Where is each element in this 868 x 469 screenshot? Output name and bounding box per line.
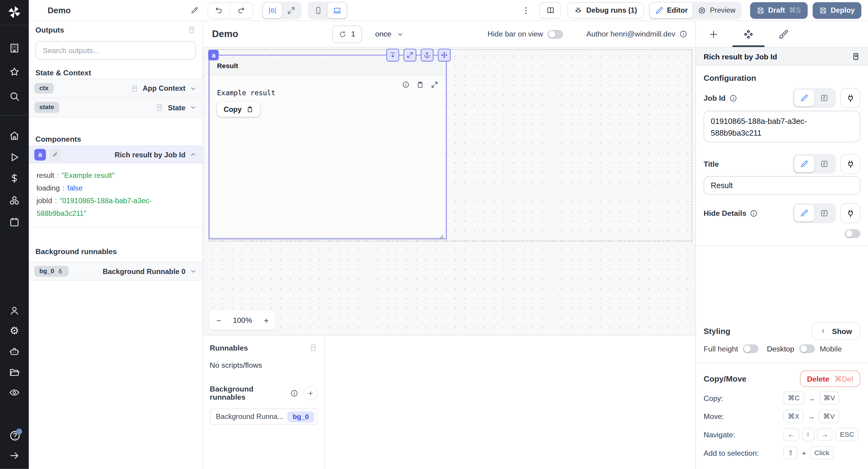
mobile-view-icon[interactable] — [309, 2, 327, 18]
info-icon[interactable] — [290, 389, 299, 397]
debug-runs-button[interactable]: Debug runs (1) — [567, 2, 644, 19]
state-badge: state — [34, 102, 59, 113]
windmill-logo-icon[interactable] — [7, 5, 22, 20]
centered-layout-icon[interactable] — [263, 2, 281, 18]
connect-plug-icon[interactable] — [840, 88, 860, 108]
component-row-a[interactable]: a Rich result by Job Id — [29, 146, 203, 163]
refresh-count-button[interactable]: 1 — [332, 25, 362, 43]
resize-handle[interactable] — [439, 231, 444, 237]
variables-dollar-icon[interactable] — [9, 173, 20, 184]
bg-runnable-item[interactable]: Background Runna... bg_0 — [210, 409, 318, 425]
save-icon — [756, 6, 764, 14]
input-mode-segment — [793, 154, 836, 174]
move-icon[interactable] — [438, 49, 451, 61]
more-menu-kebab-icon[interactable] — [521, 4, 530, 16]
folders-icon[interactable] — [9, 367, 20, 378]
static-pencil-icon[interactable] — [795, 205, 814, 222]
shortcut-row-copy: Copy: ⌘C → ⌘V — [704, 391, 860, 405]
info-icon[interactable] — [679, 30, 688, 38]
home-icon[interactable] — [9, 130, 20, 142]
tab-editor[interactable]: Editor — [650, 2, 692, 18]
zoom-in-button[interactable]: + — [259, 312, 274, 327]
tab-insert-plus-icon[interactable] — [696, 21, 731, 47]
outputs-title: Outputs — [36, 26, 64, 34]
edit-component-pencil-icon[interactable] — [49, 149, 61, 160]
kbd-click: Click — [810, 446, 834, 460]
zoom-out-button[interactable]: − — [212, 312, 226, 327]
search-outputs-input[interactable] — [36, 41, 196, 60]
clipboard-icon — [246, 106, 253, 113]
search-icon[interactable] — [9, 91, 20, 102]
title-input[interactable] — [704, 176, 860, 195]
draft-button[interactable]: Draft ⌘S — [750, 2, 807, 19]
docs-book-button[interactable] — [539, 2, 561, 19]
result-card-actions — [402, 81, 438, 89]
doc-icon[interactable] — [187, 25, 196, 34]
styling-show-button[interactable]: Show — [812, 322, 861, 340]
desktop-label: Desktop — [767, 345, 794, 353]
hide-bar-toggle[interactable] — [548, 30, 563, 38]
desktop-view-icon[interactable] — [328, 2, 346, 18]
copy-result-button[interactable]: Copy — [217, 102, 260, 117]
state-row[interactable]: state State — [29, 98, 203, 117]
kbd-arrow-right: → — [817, 428, 833, 442]
deploy-button[interactable]: Deploy — [812, 2, 861, 19]
hide-details-toggle[interactable] — [845, 229, 860, 238]
workers-robot-icon[interactable] — [9, 346, 20, 357]
chevron-down-icon — [396, 30, 404, 38]
connect-plug-icon[interactable] — [840, 203, 860, 223]
schedules-calendar-icon[interactable] — [9, 216, 20, 227]
clipboard-icon[interactable] — [416, 81, 424, 89]
fullscreen-icon[interactable] — [404, 49, 416, 61]
component-tag-badge: a — [208, 50, 219, 60]
anchor-icon[interactable] — [421, 49, 433, 61]
runs-play-icon[interactable] — [9, 152, 20, 163]
full-width-icon[interactable] — [281, 2, 300, 18]
topbar-actions: Debug runs (1) Editor Preview Draft ⌘S — [521, 1, 861, 19]
undo-button[interactable] — [208, 2, 230, 18]
info-icon[interactable] — [749, 209, 758, 217]
expand-icon[interactable] — [431, 81, 438, 89]
app-canvas[interactable]: a Result Ex — [203, 48, 695, 335]
full-height-toggle[interactable] — [743, 344, 758, 353]
function-f-icon[interactable] — [814, 205, 834, 222]
expand-sidebar-arrow-icon[interactable] — [9, 450, 20, 461]
copy-move-title: Copy/Move — [704, 374, 746, 383]
job-id-input[interactable]: 01910865-188a-bab7-a3ec-588b9ba3c211 — [704, 111, 860, 142]
mobile-label: Mobile — [820, 345, 842, 353]
redo-button[interactable] — [230, 2, 252, 18]
tab-components-diamonds-icon[interactable] — [731, 21, 766, 47]
info-icon[interactable] — [402, 81, 410, 89]
component-settings-panel: Rich result by Job Id Configuration Job … — [695, 21, 868, 469]
static-pencil-icon[interactable] — [795, 156, 814, 172]
desktop-mobile-toggle[interactable] — [799, 344, 815, 353]
kbd-arrow-up: ↑ — [802, 428, 814, 442]
tab-preview[interactable]: Preview — [692, 2, 740, 18]
static-pencil-icon[interactable] — [795, 90, 814, 106]
add-bg-runnable-button[interactable] — [304, 386, 318, 400]
connect-plug-icon[interactable] — [840, 154, 860, 174]
audit-eye-icon[interactable] — [9, 387, 20, 398]
settings-gear-icon[interactable]: ⚙ — [9, 325, 20, 337]
function-f-icon[interactable] — [814, 90, 834, 106]
selected-component[interactable]: a Result Ex — [209, 55, 447, 239]
pencil-icon — [655, 6, 664, 14]
ctx-row[interactable]: ctx App Context — [29, 79, 203, 98]
canvas-width-segment — [261, 1, 301, 19]
doc-icon[interactable] — [309, 343, 318, 352]
function-f-icon[interactable] — [814, 156, 834, 172]
favorites-star-icon[interactable] — [9, 66, 20, 77]
doc-icon[interactable] — [851, 52, 860, 61]
expand-down-icon[interactable] — [386, 49, 399, 61]
bg-runnable-row[interactable]: bg_0 Background Runnable 0 — [29, 262, 203, 281]
user-icon[interactable] — [9, 305, 20, 316]
rename-pencil-icon[interactable] — [190, 5, 199, 15]
resources-cubes-icon[interactable] — [9, 195, 20, 206]
full-height-label: Full height — [704, 345, 738, 353]
refresh-mode-dropdown[interactable]: once — [372, 29, 407, 39]
tab-styling-brush-icon[interactable] — [766, 21, 801, 47]
bg-runnable-item-label: Background Runna... — [216, 412, 283, 421]
delete-component-button[interactable]: Delete ⌘Del — [800, 370, 861, 387]
info-icon[interactable] — [729, 94, 738, 102]
workspace-icon[interactable] — [9, 42, 20, 54]
